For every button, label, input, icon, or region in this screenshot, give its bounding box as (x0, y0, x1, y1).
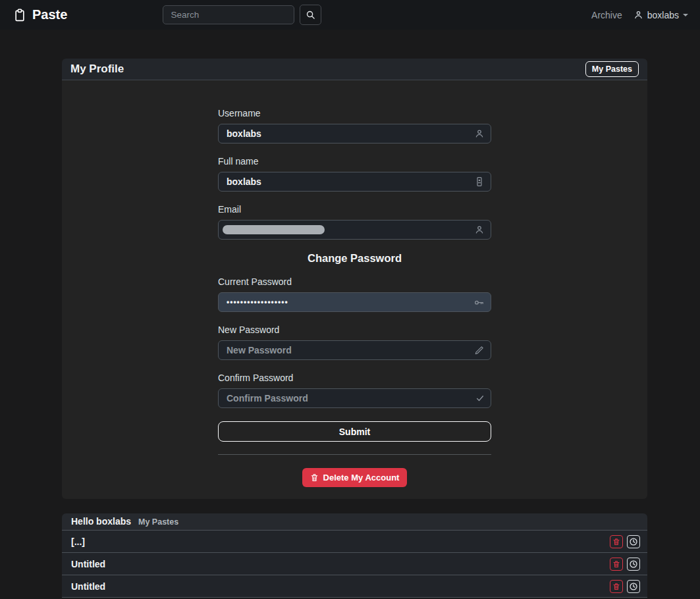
divider (218, 454, 491, 455)
user-icon (633, 10, 643, 20)
check-icon (475, 394, 485, 403)
fullname-field-group: Full name (218, 156, 491, 192)
delete-paste-button[interactable] (610, 535, 623, 548)
paste-list-item: Untitled (62, 553, 647, 575)
navbar-right: Archive boxlabs (591, 10, 688, 20)
confirm-password-input[interactable] (218, 388, 491, 408)
search-button[interactable] (300, 5, 321, 25)
search-icon (306, 10, 315, 20)
clipboard-icon (13, 9, 26, 22)
redacted-email-value (223, 225, 325, 234)
paste-title-link[interactable]: [...] (71, 536, 85, 547)
submit-button[interactable]: Submit (218, 421, 491, 442)
trash-icon (310, 473, 319, 482)
confirm-password-field-group: Confirm Password (218, 373, 491, 408)
email-input[interactable] (218, 220, 491, 240)
trash-icon (612, 583, 620, 590)
search-input[interactable] (163, 5, 294, 24)
delete-paste-button[interactable] (610, 580, 623, 593)
paste-title-link[interactable]: Untitled (71, 581, 105, 592)
chevron-down-icon (683, 14, 688, 19)
paste-list-item: [...] (62, 531, 647, 553)
delete-account-label: Delete My Account (323, 473, 400, 482)
search-form (163, 5, 321, 25)
user-icon (474, 224, 485, 235)
current-password-field-group: Current Password (218, 276, 491, 312)
delete-account-button[interactable]: Delete My Account (302, 468, 408, 487)
my-pastes-subtitle: My Pastes (138, 517, 178, 527)
email-label: Email (218, 204, 491, 215)
trash-icon (612, 538, 620, 546)
user-icon (474, 128, 485, 139)
greeting-text: Hello boxlabs (71, 516, 131, 527)
profile-card-header: My Profile My Pastes (62, 59, 647, 80)
my-pastes-card: Hello boxlabs My Pastes [...] (62, 513, 647, 598)
paste-history-button[interactable] (627, 580, 640, 593)
fullname-input[interactable] (218, 172, 491, 192)
paste-history-button[interactable] (627, 535, 640, 548)
new-password-input[interactable] (218, 340, 491, 360)
paste-list-item: Untitled (62, 575, 647, 598)
email-field-group: Email (218, 204, 491, 240)
trash-icon (612, 560, 620, 568)
fullname-label: Full name (218, 156, 491, 167)
clock-icon (629, 560, 638, 569)
page-title: My Profile (70, 63, 124, 76)
user-name: boxlabs (647, 10, 679, 20)
username-label: Username (218, 108, 491, 118)
username-input[interactable] (218, 124, 491, 143)
pastes-card-header: Hello boxlabs My Pastes (62, 513, 647, 531)
nav-link-archive[interactable]: Archive (591, 10, 622, 20)
id-card-icon (474, 176, 485, 187)
change-password-heading: Change Password (218, 252, 491, 265)
brand[interactable]: Paste (13, 7, 67, 22)
paste-history-button[interactable] (627, 558, 640, 571)
user-menu[interactable]: boxlabs (633, 10, 688, 20)
delete-paste-button[interactable] (610, 558, 623, 571)
navbar: Paste Archive boxlabs (0, 0, 700, 30)
paste-title-link[interactable]: Untitled (71, 559, 105, 569)
username-field-group: Username (218, 108, 491, 143)
profile-card: My Profile My Pastes Username (62, 59, 647, 499)
clock-icon (629, 537, 638, 546)
current-password-input[interactable] (218, 292, 491, 312)
new-password-label: New Password (218, 325, 491, 335)
my-pastes-button[interactable]: My Pastes (585, 61, 639, 77)
clock-icon (629, 582, 638, 591)
new-password-field-group: New Password (218, 325, 491, 360)
pencil-icon (474, 345, 485, 355)
current-password-label: Current Password (218, 276, 491, 287)
confirm-password-label: Confirm Password (218, 373, 491, 383)
brand-name: Paste (32, 7, 67, 22)
profile-form: Username Full name (62, 80, 647, 499)
key-icon (473, 297, 485, 308)
